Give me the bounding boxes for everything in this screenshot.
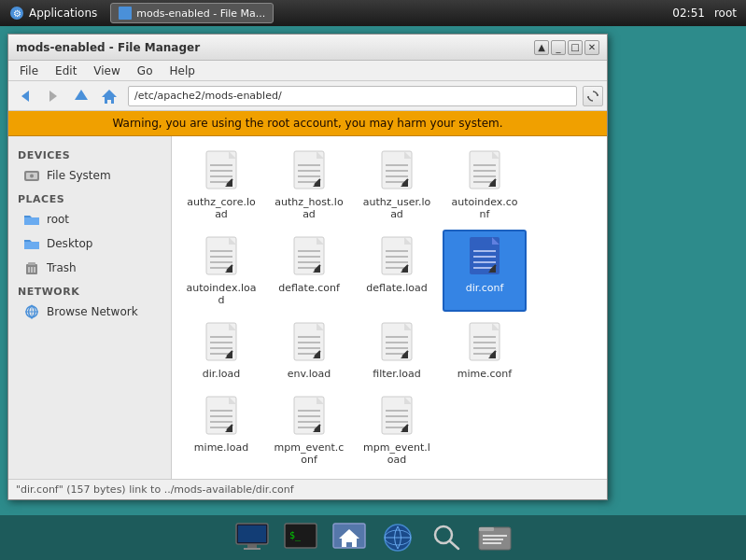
document-icon xyxy=(290,235,328,280)
main-area: DEVICES File System PLACES root xyxy=(8,136,607,479)
clock: 02:51 xyxy=(672,7,705,20)
file-item[interactable]: deflate.load xyxy=(355,230,439,312)
svg-rect-154 xyxy=(483,535,507,537)
svg-rect-101 xyxy=(386,342,408,343)
file-item[interactable]: env.load xyxy=(267,315,351,385)
file-item[interactable]: authz_user.load xyxy=(355,144,439,226)
dock-monitor[interactable] xyxy=(232,519,273,556)
file-item[interactable]: autoindex.load xyxy=(179,230,263,312)
menu-view[interactable]: View xyxy=(86,63,127,79)
document-icon xyxy=(290,395,328,440)
file-label: autoindex.load xyxy=(185,282,258,306)
sidebar-item-desktop[interactable]: Desktop xyxy=(8,231,171,256)
applications-menu[interactable]: ⚙ Applications xyxy=(0,0,106,26)
file-item[interactable]: dir.load xyxy=(179,315,263,385)
file-icon-wrap xyxy=(462,235,507,280)
svg-line-151 xyxy=(450,541,458,549)
dock-terminal[interactable]: $_ xyxy=(280,519,321,556)
svg-rect-85 xyxy=(210,342,232,343)
file-label: mpm_event.conf xyxy=(273,441,345,466)
forward-icon xyxy=(44,87,63,105)
file-item[interactable]: mpm_event.load xyxy=(355,389,439,471)
dock-network[interactable] xyxy=(377,519,418,556)
document-icon xyxy=(203,235,240,280)
svg-marker-5 xyxy=(102,90,117,104)
file-label: dir.conf xyxy=(466,282,504,294)
svg-rect-126 xyxy=(298,421,320,423)
back-button[interactable] xyxy=(12,84,38,108)
network-globe-icon xyxy=(380,522,415,553)
menu-edit[interactable]: Edit xyxy=(48,63,84,79)
sidebar-item-network[interactable]: Browse Network xyxy=(8,300,171,324)
file-item[interactable]: authz_core.load xyxy=(179,144,263,226)
applications-icon: ⚙ xyxy=(9,6,24,21)
minimize-btn[interactable]: _ xyxy=(551,40,566,55)
sidebar-item-filesystem[interactable]: File System xyxy=(8,163,171,188)
file-item[interactable]: dir.conf xyxy=(443,230,527,312)
scroll-up-btn[interactable]: ▲ xyxy=(534,40,549,55)
close-btn[interactable]: ✕ xyxy=(584,40,599,55)
desktop-label: Desktop xyxy=(47,237,93,250)
titlebar: mods-enabled - File Manager ▲ _ □ ✕ xyxy=(8,35,607,61)
location-bar[interactable]: /etc/apache2/mods-enabled/ xyxy=(128,86,577,106)
svg-rect-45 xyxy=(473,175,496,177)
file-item[interactable]: mpm_event.conf xyxy=(267,389,351,471)
devices-header: DEVICES xyxy=(8,144,171,163)
file-item[interactable]: deflate.conf xyxy=(267,230,351,312)
sidebar-item-root[interactable]: root xyxy=(8,207,171,231)
taskbar-bottom: $_ xyxy=(0,515,746,560)
file-icon-wrap xyxy=(199,321,244,366)
svg-point-8 xyxy=(30,175,34,178)
file-label: deflate.conf xyxy=(278,282,340,294)
file-item[interactable]: mime.conf xyxy=(443,315,527,385)
applications-label: Applications xyxy=(29,7,97,20)
svg-text:$_: $_ xyxy=(289,530,302,541)
home-button[interactable] xyxy=(96,84,122,108)
forward-button[interactable] xyxy=(40,84,66,108)
file-label: mime.load xyxy=(194,441,248,454)
trash-icon xyxy=(23,259,40,276)
terminal-icon: $_ xyxy=(283,522,318,553)
svg-rect-35 xyxy=(386,164,408,166)
file-label: authz_user.load xyxy=(360,196,433,220)
menu-help[interactable]: Help xyxy=(162,63,202,79)
window-taskbar-button[interactable]: mods-enabled - File Ma... xyxy=(110,3,274,23)
menu-go[interactable]: Go xyxy=(130,63,161,79)
file-label: autoindex.conf xyxy=(448,196,521,220)
svg-rect-100 xyxy=(386,336,408,338)
file-icon-wrap xyxy=(462,149,507,194)
dock-search[interactable] xyxy=(426,519,467,556)
svg-rect-155 xyxy=(483,539,503,540)
sidebar-item-trash[interactable]: Trash xyxy=(8,256,171,280)
up-button[interactable] xyxy=(68,84,94,108)
document-icon xyxy=(290,321,328,366)
file-item[interactable]: mime.load xyxy=(179,389,263,471)
refresh-button[interactable] xyxy=(583,86,603,106)
document-icon xyxy=(203,321,240,366)
dock-home[interactable] xyxy=(329,519,370,556)
filesystem-icon xyxy=(23,167,40,184)
file-label: deflate.load xyxy=(366,282,428,294)
file-item[interactable]: authz_host.load xyxy=(267,144,351,226)
maximize-btn[interactable]: □ xyxy=(568,40,583,55)
document-icon xyxy=(378,149,415,194)
svg-marker-3 xyxy=(49,91,57,102)
file-item[interactable]: autoindex.conf xyxy=(443,144,527,226)
menu-file[interactable]: File xyxy=(12,63,46,79)
desktop-folder-icon xyxy=(23,235,40,252)
svg-rect-142 xyxy=(238,525,266,542)
taskbar-right: 02:51 root xyxy=(672,7,746,20)
search-dock-icon xyxy=(429,522,464,553)
file-item[interactable]: filter.load xyxy=(355,315,439,385)
svg-rect-44 xyxy=(473,170,496,172)
document-icon xyxy=(378,321,415,366)
statusbar-text: "dir.conf" (157 bytes) link to ../mods-a… xyxy=(16,483,294,496)
svg-rect-117 xyxy=(210,415,232,417)
svg-rect-61 xyxy=(298,261,320,263)
svg-text:⚙: ⚙ xyxy=(13,8,21,19)
window-title: mods-enabled - File Manager xyxy=(16,41,200,54)
svg-rect-59 xyxy=(298,250,320,252)
file-icon-wrap xyxy=(374,235,419,280)
svg-rect-52 xyxy=(210,256,232,258)
dock-files[interactable] xyxy=(474,519,515,556)
